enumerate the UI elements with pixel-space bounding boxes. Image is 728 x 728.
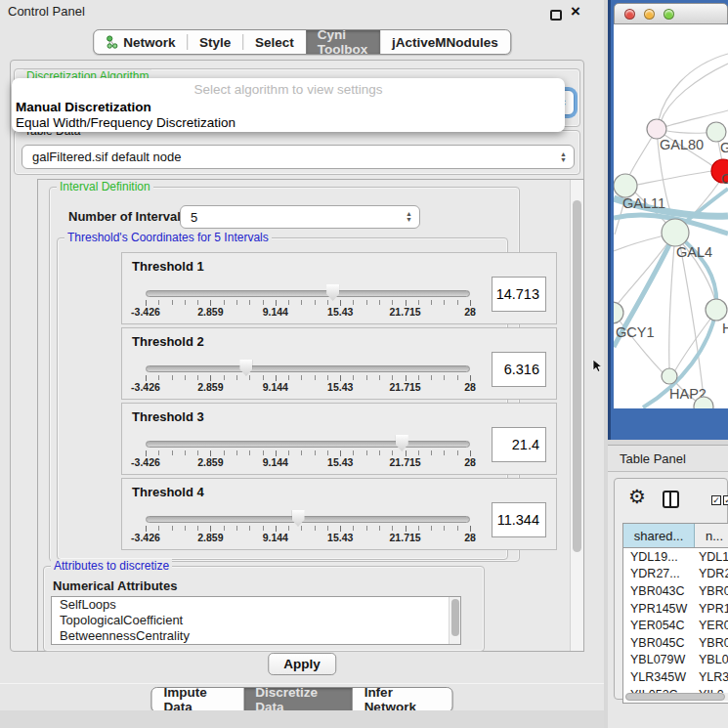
- attribute-list-item[interactable]: SelfLoops: [52, 597, 460, 613]
- threshold-panel: Threshold 1-3.4262.8599.14415.4321.71528…: [121, 252, 557, 324]
- cell-shared-name: YLR345W: [623, 670, 695, 684]
- network-node[interactable]: [707, 122, 726, 142]
- table-panel-titlebar[interactable]: Table Panel: [608, 445, 728, 472]
- network-node[interactable]: [662, 368, 677, 384]
- tab-label: jActiveMNodules: [392, 35, 498, 50]
- network-node[interactable]: [614, 302, 623, 323]
- table-row[interactable]: YBL079WYBL0...: [623, 652, 728, 669]
- network-node[interactable]: [647, 119, 666, 139]
- network-edge-thick[interactable]: [678, 189, 728, 228]
- slider-handle[interactable]: [292, 510, 305, 527]
- slider-tick: [236, 450, 237, 455]
- attribute-list-item[interactable]: BetweennessCentrality: [52, 628, 460, 644]
- slider-track[interactable]: [146, 290, 470, 297]
- slider-tick: [444, 375, 445, 380]
- tab-discretize-data[interactable]: Discretize Data: [243, 688, 352, 711]
- table-row[interactable]: YBR045CYBR0...: [623, 634, 728, 652]
- table-row[interactable]: YPR145WYPR1...: [623, 600, 728, 618]
- slider-tick: [172, 450, 173, 455]
- slider-tick: [392, 450, 393, 455]
- slider-handle[interactable]: [326, 284, 339, 301]
- slider-tick: [158, 526, 159, 531]
- checkbox-icon[interactable]: ✓: [723, 495, 728, 505]
- minimize-traffic-light[interactable]: [644, 9, 655, 20]
- column-selector-icon[interactable]: [663, 491, 679, 508]
- cell-shared-name: YBR045C: [623, 636, 695, 650]
- slider-tick: [197, 375, 198, 380]
- slider-tick-label: 28: [464, 381, 476, 393]
- threshold-value-field[interactable]: 11.344: [492, 502, 546, 537]
- algorithm-option[interactable]: Manual Discretization: [16, 100, 561, 114]
- scrollbar-thumb[interactable]: [451, 599, 459, 636]
- column-header-name[interactable]: n...: [695, 524, 728, 547]
- network-canvas[interactable]: GAL80GACGAL11GAL4GCY1HHAP2: [614, 24, 728, 408]
- scrollbar-thumb[interactable]: [625, 693, 725, 701]
- close-traffic-light[interactable]: [624, 9, 635, 20]
- mouse-cursor: [592, 360, 604, 373]
- tab-network[interactable]: Network: [94, 30, 187, 54]
- slider-track[interactable]: [146, 365, 470, 372]
- slider-tick-label: -3.426: [131, 306, 160, 318]
- checkbox-icon[interactable]: ✓: [711, 495, 721, 505]
- cell-name: YPR1...: [695, 602, 728, 616]
- network-node[interactable]: [614, 174, 637, 197]
- zoom-traffic-light[interactable]: [664, 9, 674, 20]
- network-edge[interactable]: [659, 54, 728, 120]
- threshold-value-field[interactable]: 21.4: [492, 427, 546, 462]
- threshold-value-field[interactable]: 6.316: [492, 352, 546, 387]
- slider-tick: [327, 450, 328, 455]
- scrollbar-thumb[interactable]: [573, 200, 581, 552]
- table-horizontal-scrollbar[interactable]: [625, 693, 728, 701]
- gear-icon[interactable]: ⚙: [628, 487, 646, 506]
- network-edge[interactable]: [614, 236, 664, 251]
- network-node[interactable]: [662, 219, 689, 246]
- slider-tick: [418, 450, 419, 455]
- table-row[interactable]: YER054CYER0...: [623, 617, 728, 634]
- node-table[interactable]: shared... n... YDL19...YDL1...YDR27...YD…: [622, 523, 728, 704]
- slider-track[interactable]: [146, 516, 470, 523]
- algorithm-option[interactable]: Equal Width/Frequency Discretization: [16, 115, 561, 130]
- slider-handle[interactable]: [396, 435, 408, 451]
- threshold-panel: Threshold 2-3.4262.8599.14415.4321.71528…: [121, 327, 557, 400]
- threshold-panel: Threshold 3-3.4262.8599.14415.4321.71528…: [121, 403, 557, 475]
- table-row[interactable]: YBR043CYBR0...: [623, 582, 728, 600]
- table-panel-frame: ⚙ ✓ ✓ shared... n... YDL19...YDL1...YDR2…: [614, 478, 728, 700]
- slider-tick: [444, 450, 445, 455]
- slider-handle[interactable]: [239, 360, 252, 376]
- tab-label: Network: [123, 35, 175, 50]
- number-of-intervals-combobox[interactable]: 5 ▲▼: [180, 205, 420, 229]
- float-window-icon[interactable]: [550, 10, 562, 21]
- threshold-value-field[interactable]: 14.713: [492, 277, 546, 312]
- slider-tick: [379, 375, 380, 380]
- table-data-combobox[interactable]: galFiltered.sif default node ▲▼: [21, 145, 575, 169]
- tab-jactivemnodules[interactable]: jActiveMNodules: [380, 30, 510, 54]
- tab-label: Impute Data: [164, 687, 233, 712]
- table-row[interactable]: YDL19...YDL1...: [623, 548, 728, 566]
- cell-name: YDL1...: [695, 550, 728, 564]
- network-icon: [106, 35, 118, 49]
- apply-button[interactable]: Apply: [268, 653, 336, 675]
- cell-name: YER0...: [695, 619, 728, 632]
- numerical-attributes-list[interactable]: SelfLoopsTopologicalCoefficientBetweenne…: [51, 596, 461, 645]
- network-edge[interactable]: [637, 171, 712, 185]
- slider-tick: [249, 450, 250, 455]
- settings-vertical-scrollbar[interactable]: [570, 180, 583, 651]
- tab-infer-network[interactable]: Infer Network: [353, 688, 452, 711]
- tab-style[interactable]: Style: [188, 30, 242, 54]
- tab-cyni-toolbox[interactable]: Cyni Toolbox: [306, 30, 380, 54]
- tab-impute-data[interactable]: Impute Data: [152, 688, 244, 711]
- attribute-list-item[interactable]: TopologicalCoefficient: [52, 613, 460, 628]
- slider-track[interactable]: [146, 441, 470, 448]
- network-node[interactable]: [706, 299, 727, 321]
- threshold-label: Threshold 3: [132, 409, 204, 424]
- column-header-shared-name[interactable]: shared...: [623, 524, 695, 547]
- table-row[interactable]: YDR27...YDR2...: [623, 566, 728, 583]
- tab-select[interactable]: Select: [243, 30, 306, 54]
- table-row[interactable]: YLR345WYLR3...: [623, 668, 728, 686]
- slider-tick: [353, 450, 354, 455]
- close-icon[interactable]: ×: [571, 2, 580, 21]
- attributes-list-scrollbar[interactable]: [449, 597, 460, 644]
- number-of-intervals-label: Number of Intervals: [68, 209, 188, 224]
- network-edge[interactable]: [669, 245, 674, 368]
- network-window-titlebar[interactable]: [614, 3, 728, 24]
